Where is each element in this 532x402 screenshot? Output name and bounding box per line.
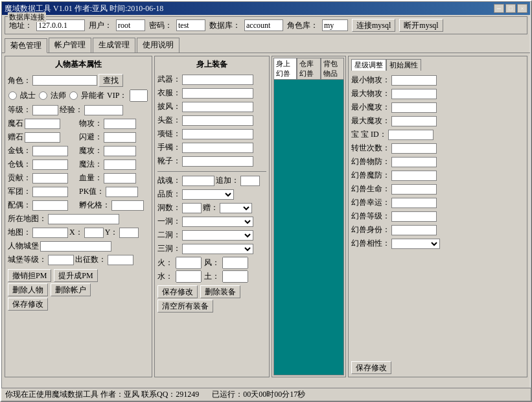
search-button[interactable]: 查找 (98, 74, 123, 87)
save-char-button[interactable]: 保存修改 (8, 298, 48, 311)
x-input[interactable] (84, 228, 104, 238)
creature-magic-def-input[interactable] (391, 171, 437, 181)
tab-gen-mgmt[interactable]: 生成管理 (93, 38, 135, 53)
helmet-input[interactable] (182, 115, 253, 126)
castle-input[interactable] (40, 241, 111, 252)
cur-map-input[interactable] (48, 214, 119, 224)
creature-affinity-select[interactable] (391, 239, 440, 249)
magic-atk-input[interactable] (104, 146, 136, 156)
gift-label: 赠： (203, 202, 218, 213)
clear-equip-button[interactable]: 清空所有装备 (157, 300, 213, 313)
del-account-button[interactable]: 删除帐户 (51, 283, 91, 296)
save-equip-button[interactable]: 保存修改 (157, 285, 198, 298)
creature-level-input[interactable] (391, 211, 437, 222)
quality-select[interactable] (182, 189, 234, 200)
tab-warehouse-creature[interactable]: 仓库幻兽 (297, 58, 320, 79)
creature-phys-def-input[interactable] (391, 157, 437, 167)
pass-input[interactable] (176, 19, 205, 31)
creature-hp-input[interactable] (391, 184, 437, 195)
magic-atk-label: 魔攻： (79, 145, 102, 156)
fire-input[interactable] (176, 257, 202, 269)
special-radio[interactable] (69, 91, 78, 100)
magic-def-input[interactable] (104, 160, 136, 170)
pass-label: 密码： (149, 20, 172, 31)
army-input[interactable] (32, 187, 68, 197)
exp-input[interactable] (84, 105, 123, 115)
necklace-input[interactable] (182, 129, 253, 139)
tab-bar: 菊色管理 帐户管理 生成管理 使用说明 (2, 36, 530, 53)
vip-input[interactable] (130, 89, 148, 102)
creature-identity-input[interactable] (391, 225, 437, 235)
stats-col-left: 魔石 赠石 金钱： 仓钱： (8, 118, 78, 212)
del-equip-button[interactable]: 删除装备 (200, 285, 240, 298)
water-input[interactable] (176, 270, 202, 283)
connect-button[interactable]: 连接mysql (352, 19, 395, 32)
title-bar: 魔域数据工具 V1.01 作者:亚风 时间:2010-06-18 ─ □ × (2, 2, 530, 15)
tab-account-mgmt[interactable]: 帐户管理 (49, 38, 91, 53)
y-input[interactable] (119, 228, 139, 238)
level-input[interactable] (32, 105, 58, 115)
star-tabs: 星级调整 初始属性 (351, 59, 524, 71)
db-input[interactable] (244, 19, 283, 31)
battle-soul-label: 战魂： (157, 175, 181, 186)
save-star-button[interactable]: 保存修改 (351, 361, 391, 374)
holes-label: 洞数： (157, 202, 181, 213)
del-char-button[interactable]: 删除人物 (8, 283, 48, 296)
holes-input[interactable] (182, 203, 202, 213)
role-input-field[interactable] (32, 75, 97, 86)
tab-star-adjust[interactable]: 星级调整 (351, 59, 386, 71)
weapon-label: 武器： (157, 74, 181, 85)
cloth-input[interactable] (182, 88, 253, 99)
min-magic-atk-input[interactable] (391, 102, 437, 113)
max-phys-atk-input[interactable] (391, 89, 437, 99)
battle-soul-input[interactable] (182, 176, 214, 186)
magic-stone-input[interactable] (25, 119, 60, 129)
tab-init-attr[interactable]: 初始属性 (386, 59, 421, 71)
contrib-input[interactable] (32, 173, 68, 183)
min-phys-atk-label: 最小物攻： (351, 75, 390, 86)
weapon-input[interactable] (182, 75, 253, 85)
creature-luck-label: 幻兽幸运： (351, 197, 390, 208)
warrior-radio[interactable] (8, 91, 17, 100)
wind-input[interactable] (222, 257, 248, 269)
expedition-input[interactable] (108, 255, 133, 265)
disconnect-button[interactable]: 断开mysql (399, 19, 443, 32)
warehouse-input[interactable] (32, 160, 68, 170)
cape-input[interactable] (182, 102, 253, 112)
gold-input[interactable] (32, 146, 68, 156)
tab-flower-mgmt[interactable]: 菊色管理 (5, 38, 47, 53)
hole3-select[interactable] (182, 244, 253, 254)
hp-input[interactable] (104, 173, 136, 183)
minimize-button[interactable]: ─ (494, 4, 504, 13)
shoes-input[interactable] (182, 156, 253, 167)
tab-help[interactable]: 使用说明 (137, 38, 179, 53)
castle-level-input[interactable] (48, 255, 74, 265)
gem-input[interactable] (25, 132, 60, 143)
cancel-pm-button[interactable]: 撤销担PM (8, 269, 51, 282)
dodge-input[interactable] (104, 132, 136, 143)
map2-input[interactable] (32, 228, 68, 238)
hole2-select[interactable] (182, 230, 253, 241)
creature-luck-input[interactable] (391, 198, 437, 208)
tab-backpack[interactable]: 背包物品 (321, 58, 344, 79)
add-input[interactable] (240, 176, 260, 186)
mage-radio[interactable] (39, 91, 47, 100)
treasure-id-input[interactable] (388, 130, 434, 140)
min-phys-atk-input[interactable] (391, 75, 437, 86)
upgrade-pm-button[interactable]: 提升成PM (54, 269, 97, 282)
user-input[interactable] (116, 19, 145, 31)
gift-select[interactable] (220, 203, 252, 213)
hatch-input[interactable] (111, 200, 144, 211)
close-button[interactable]: × (517, 4, 527, 13)
hole1-select[interactable] (182, 217, 253, 227)
role-input[interactable] (322, 19, 348, 31)
transfer-times-input[interactable] (391, 143, 437, 154)
match-input[interactable] (32, 200, 68, 211)
maximize-button[interactable]: □ (505, 4, 516, 13)
tab-body-creature[interactable]: 身上幻兽 (273, 58, 297, 79)
earth-input[interactable] (222, 270, 248, 283)
max-magic-atk-input[interactable] (391, 116, 437, 126)
bracelet-input[interactable] (182, 143, 253, 153)
pk-input[interactable] (106, 187, 138, 197)
phys-atk-input[interactable] (104, 119, 136, 129)
